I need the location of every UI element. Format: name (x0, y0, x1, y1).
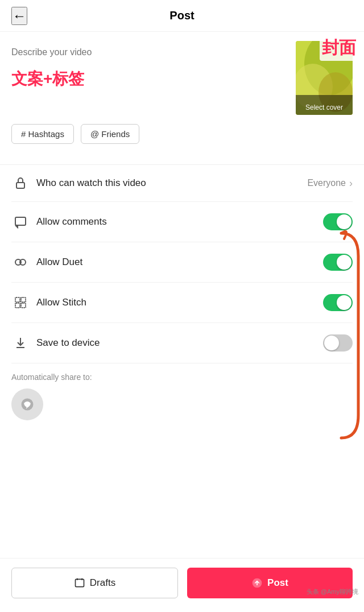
toggle-knob (337, 295, 351, 310)
main-content: 文案+标签 封面 Select cover # Hashtags @ Frien… (0, 32, 364, 164)
download-icon (11, 336, 30, 350)
auto-share-label: Automatically share to: (11, 373, 353, 382)
share-icons-row (11, 388, 353, 420)
allow-comments-toggle[interactable] (323, 213, 353, 230)
watermark: 头条 @Amy聊跨境 (307, 588, 358, 596)
lock-icon (11, 176, 30, 190)
stitch-icon (11, 296, 30, 309)
svg-rect-8 (15, 297, 20, 302)
allow-stitch-toggle[interactable] (323, 294, 353, 311)
svg-rect-4 (16, 183, 24, 188)
drafts-button[interactable]: Drafts (11, 568, 178, 598)
save-to-device-label: Save to device (36, 337, 323, 349)
allow-stitch-row: Allow Stitch (11, 283, 353, 323)
who-can-watch-row[interactable]: Who can watch this video Everyone › (11, 165, 353, 202)
bottom-bar: Drafts Post (0, 558, 364, 612)
svg-rect-9 (21, 297, 26, 302)
allow-comments-label: Allow comments (36, 216, 323, 228)
thumbnail-container: 封面 Select cover (296, 41, 353, 115)
settings-section: Who can watch this video Everyone › Allo… (0, 165, 364, 363)
allow-duet-label: Allow Duet (36, 257, 323, 268)
comment-icon (11, 215, 30, 229)
drafts-icon (74, 577, 85, 589)
video-row: 文案+标签 封面 Select cover (11, 41, 353, 115)
description-input[interactable] (11, 41, 287, 64)
cover-annotation: 封面 (320, 35, 358, 61)
svg-rect-11 (21, 303, 26, 308)
friends-button[interactable]: @ Friends (81, 124, 139, 144)
tag-row: # Hashtags @ Friends (11, 124, 353, 144)
hashtags-button[interactable]: # Hashtags (11, 124, 74, 144)
chevron-right-icon: › (349, 177, 353, 189)
save-to-device-toggle[interactable] (323, 334, 353, 352)
save-to-device-row: Save to device (11, 323, 353, 363)
back-button[interactable]: ← (11, 7, 27, 25)
who-can-watch-value[interactable]: Everyone › (307, 177, 353, 189)
share-icon-messages[interactable] (11, 388, 43, 420)
allow-duet-row: Allow Duet (11, 242, 353, 283)
toggle-knob (337, 255, 351, 270)
caption-annotation: 文案+标签 (11, 68, 287, 90)
allow-duet-toggle[interactable] (323, 254, 353, 271)
svg-rect-5 (15, 217, 26, 225)
duet-icon (11, 255, 30, 269)
svg-rect-10 (15, 303, 20, 308)
allow-stitch-label: Allow Stitch (36, 297, 323, 308)
header: ← Post (0, 0, 364, 32)
allow-comments-row: Allow comments (11, 202, 353, 242)
auto-share-section: Automatically share to: (0, 363, 364, 429)
toggle-knob (337, 214, 351, 229)
toggle-knob (324, 336, 339, 350)
description-area: 文案+标签 (11, 41, 287, 115)
page-title: Post (169, 9, 194, 22)
bottom-spacer (0, 429, 364, 486)
svg-rect-14 (75, 579, 84, 586)
select-cover-label[interactable]: Select cover (296, 104, 353, 111)
post-icon (251, 577, 263, 589)
who-can-watch-label: Who can watch this video (36, 177, 307, 189)
